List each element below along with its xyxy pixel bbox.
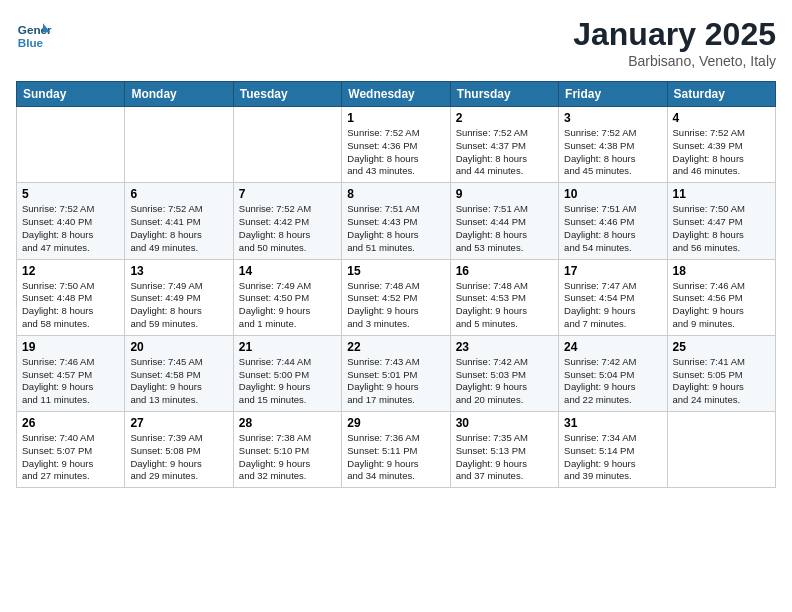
day-number: 29 bbox=[347, 416, 444, 430]
day-info: Sunrise: 7:44 AM Sunset: 5:00 PM Dayligh… bbox=[239, 356, 336, 407]
weekday-header-row: SundayMondayTuesdayWednesdayThursdayFrid… bbox=[17, 82, 776, 107]
day-info: Sunrise: 7:36 AM Sunset: 5:11 PM Dayligh… bbox=[347, 432, 444, 483]
day-info: Sunrise: 7:46 AM Sunset: 4:57 PM Dayligh… bbox=[22, 356, 119, 407]
day-number: 6 bbox=[130, 187, 227, 201]
day-cell: 20Sunrise: 7:45 AM Sunset: 4:58 PM Dayli… bbox=[125, 335, 233, 411]
day-number: 25 bbox=[673, 340, 770, 354]
day-cell: 14Sunrise: 7:49 AM Sunset: 4:50 PM Dayli… bbox=[233, 259, 341, 335]
weekday-header-saturday: Saturday bbox=[667, 82, 775, 107]
day-cell: 18Sunrise: 7:46 AM Sunset: 4:56 PM Dayli… bbox=[667, 259, 775, 335]
day-cell: 17Sunrise: 7:47 AM Sunset: 4:54 PM Dayli… bbox=[559, 259, 667, 335]
logo: General Blue bbox=[16, 16, 52, 52]
day-cell: 10Sunrise: 7:51 AM Sunset: 4:46 PM Dayli… bbox=[559, 183, 667, 259]
day-number: 9 bbox=[456, 187, 553, 201]
weekday-header-sunday: Sunday bbox=[17, 82, 125, 107]
weekday-header-tuesday: Tuesday bbox=[233, 82, 341, 107]
day-info: Sunrise: 7:42 AM Sunset: 5:03 PM Dayligh… bbox=[456, 356, 553, 407]
day-cell: 29Sunrise: 7:36 AM Sunset: 5:11 PM Dayli… bbox=[342, 412, 450, 488]
weekday-header-monday: Monday bbox=[125, 82, 233, 107]
day-info: Sunrise: 7:42 AM Sunset: 5:04 PM Dayligh… bbox=[564, 356, 661, 407]
day-info: Sunrise: 7:52 AM Sunset: 4:41 PM Dayligh… bbox=[130, 203, 227, 254]
weekday-header-wednesday: Wednesday bbox=[342, 82, 450, 107]
weekday-header-friday: Friday bbox=[559, 82, 667, 107]
day-info: Sunrise: 7:51 AM Sunset: 4:46 PM Dayligh… bbox=[564, 203, 661, 254]
day-cell bbox=[233, 107, 341, 183]
day-number: 23 bbox=[456, 340, 553, 354]
day-number: 31 bbox=[564, 416, 661, 430]
day-number: 16 bbox=[456, 264, 553, 278]
week-row-4: 19Sunrise: 7:46 AM Sunset: 4:57 PM Dayli… bbox=[17, 335, 776, 411]
day-cell: 25Sunrise: 7:41 AM Sunset: 5:05 PM Dayli… bbox=[667, 335, 775, 411]
day-cell bbox=[667, 412, 775, 488]
day-cell: 4Sunrise: 7:52 AM Sunset: 4:39 PM Daylig… bbox=[667, 107, 775, 183]
day-info: Sunrise: 7:40 AM Sunset: 5:07 PM Dayligh… bbox=[22, 432, 119, 483]
week-row-3: 12Sunrise: 7:50 AM Sunset: 4:48 PM Dayli… bbox=[17, 259, 776, 335]
day-number: 3 bbox=[564, 111, 661, 125]
day-number: 7 bbox=[239, 187, 336, 201]
day-info: Sunrise: 7:39 AM Sunset: 5:08 PM Dayligh… bbox=[130, 432, 227, 483]
day-number: 4 bbox=[673, 111, 770, 125]
month-title: January 2025 bbox=[573, 16, 776, 53]
day-number: 24 bbox=[564, 340, 661, 354]
day-cell: 9Sunrise: 7:51 AM Sunset: 4:44 PM Daylig… bbox=[450, 183, 558, 259]
day-number: 22 bbox=[347, 340, 444, 354]
day-info: Sunrise: 7:52 AM Sunset: 4:38 PM Dayligh… bbox=[564, 127, 661, 178]
day-number: 13 bbox=[130, 264, 227, 278]
title-block: January 2025 Barbisano, Veneto, Italy bbox=[573, 16, 776, 69]
day-info: Sunrise: 7:48 AM Sunset: 4:52 PM Dayligh… bbox=[347, 280, 444, 331]
day-number: 18 bbox=[673, 264, 770, 278]
day-cell: 8Sunrise: 7:51 AM Sunset: 4:43 PM Daylig… bbox=[342, 183, 450, 259]
day-number: 10 bbox=[564, 187, 661, 201]
location-subtitle: Barbisano, Veneto, Italy bbox=[573, 53, 776, 69]
day-number: 19 bbox=[22, 340, 119, 354]
day-info: Sunrise: 7:45 AM Sunset: 4:58 PM Dayligh… bbox=[130, 356, 227, 407]
day-cell bbox=[17, 107, 125, 183]
day-info: Sunrise: 7:50 AM Sunset: 4:48 PM Dayligh… bbox=[22, 280, 119, 331]
logo-icon: General Blue bbox=[16, 16, 52, 52]
day-info: Sunrise: 7:43 AM Sunset: 5:01 PM Dayligh… bbox=[347, 356, 444, 407]
header: General Blue January 2025 Barbisano, Ven… bbox=[16, 16, 776, 69]
week-row-2: 5Sunrise: 7:52 AM Sunset: 4:40 PM Daylig… bbox=[17, 183, 776, 259]
day-cell: 23Sunrise: 7:42 AM Sunset: 5:03 PM Dayli… bbox=[450, 335, 558, 411]
day-number: 2 bbox=[456, 111, 553, 125]
day-cell: 26Sunrise: 7:40 AM Sunset: 5:07 PM Dayli… bbox=[17, 412, 125, 488]
day-info: Sunrise: 7:52 AM Sunset: 4:40 PM Dayligh… bbox=[22, 203, 119, 254]
day-cell: 27Sunrise: 7:39 AM Sunset: 5:08 PM Dayli… bbox=[125, 412, 233, 488]
day-number: 5 bbox=[22, 187, 119, 201]
day-cell: 16Sunrise: 7:48 AM Sunset: 4:53 PM Dayli… bbox=[450, 259, 558, 335]
weekday-header-thursday: Thursday bbox=[450, 82, 558, 107]
day-number: 15 bbox=[347, 264, 444, 278]
day-info: Sunrise: 7:52 AM Sunset: 4:42 PM Dayligh… bbox=[239, 203, 336, 254]
day-info: Sunrise: 7:47 AM Sunset: 4:54 PM Dayligh… bbox=[564, 280, 661, 331]
day-info: Sunrise: 7:49 AM Sunset: 4:50 PM Dayligh… bbox=[239, 280, 336, 331]
day-cell: 7Sunrise: 7:52 AM Sunset: 4:42 PM Daylig… bbox=[233, 183, 341, 259]
day-info: Sunrise: 7:38 AM Sunset: 5:10 PM Dayligh… bbox=[239, 432, 336, 483]
page: General Blue January 2025 Barbisano, Ven… bbox=[0, 0, 792, 612]
day-cell: 15Sunrise: 7:48 AM Sunset: 4:52 PM Dayli… bbox=[342, 259, 450, 335]
day-number: 11 bbox=[673, 187, 770, 201]
day-cell: 21Sunrise: 7:44 AM Sunset: 5:00 PM Dayli… bbox=[233, 335, 341, 411]
week-row-1: 1Sunrise: 7:52 AM Sunset: 4:36 PM Daylig… bbox=[17, 107, 776, 183]
day-info: Sunrise: 7:49 AM Sunset: 4:49 PM Dayligh… bbox=[130, 280, 227, 331]
day-cell: 28Sunrise: 7:38 AM Sunset: 5:10 PM Dayli… bbox=[233, 412, 341, 488]
day-cell: 1Sunrise: 7:52 AM Sunset: 4:36 PM Daylig… bbox=[342, 107, 450, 183]
day-number: 27 bbox=[130, 416, 227, 430]
day-cell: 6Sunrise: 7:52 AM Sunset: 4:41 PM Daylig… bbox=[125, 183, 233, 259]
day-cell: 3Sunrise: 7:52 AM Sunset: 4:38 PM Daylig… bbox=[559, 107, 667, 183]
day-cell: 11Sunrise: 7:50 AM Sunset: 4:47 PM Dayli… bbox=[667, 183, 775, 259]
day-info: Sunrise: 7:51 AM Sunset: 4:44 PM Dayligh… bbox=[456, 203, 553, 254]
day-number: 1 bbox=[347, 111, 444, 125]
calendar-table: SundayMondayTuesdayWednesdayThursdayFrid… bbox=[16, 81, 776, 488]
day-info: Sunrise: 7:35 AM Sunset: 5:13 PM Dayligh… bbox=[456, 432, 553, 483]
day-info: Sunrise: 7:51 AM Sunset: 4:43 PM Dayligh… bbox=[347, 203, 444, 254]
day-cell: 13Sunrise: 7:49 AM Sunset: 4:49 PM Dayli… bbox=[125, 259, 233, 335]
week-row-5: 26Sunrise: 7:40 AM Sunset: 5:07 PM Dayli… bbox=[17, 412, 776, 488]
day-cell: 30Sunrise: 7:35 AM Sunset: 5:13 PM Dayli… bbox=[450, 412, 558, 488]
day-info: Sunrise: 7:34 AM Sunset: 5:14 PM Dayligh… bbox=[564, 432, 661, 483]
day-cell: 2Sunrise: 7:52 AM Sunset: 4:37 PM Daylig… bbox=[450, 107, 558, 183]
day-number: 21 bbox=[239, 340, 336, 354]
day-cell: 12Sunrise: 7:50 AM Sunset: 4:48 PM Dayli… bbox=[17, 259, 125, 335]
day-info: Sunrise: 7:48 AM Sunset: 4:53 PM Dayligh… bbox=[456, 280, 553, 331]
day-number: 17 bbox=[564, 264, 661, 278]
day-cell: 19Sunrise: 7:46 AM Sunset: 4:57 PM Dayli… bbox=[17, 335, 125, 411]
